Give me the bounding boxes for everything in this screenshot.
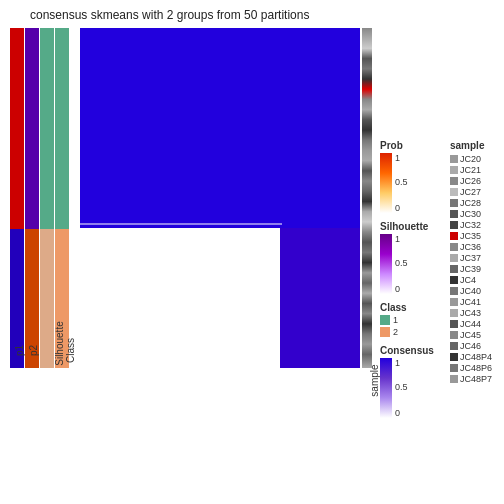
sample-legend-item: JC48P6 bbox=[450, 363, 492, 373]
consensus-gradient bbox=[380, 358, 392, 418]
sample-label: JC39 bbox=[460, 264, 481, 274]
sample-label: JC45 bbox=[460, 330, 481, 340]
sample-label: JC41 bbox=[460, 297, 481, 307]
sample-color bbox=[450, 287, 458, 295]
sil-tick-0: 0 bbox=[395, 284, 400, 294]
class-axis-label: Class bbox=[65, 338, 76, 363]
sample-color bbox=[450, 353, 458, 361]
sample-legend-item: JC37 bbox=[450, 253, 492, 263]
sample-label: JC43 bbox=[460, 308, 481, 318]
class-2-label: 2 bbox=[393, 327, 398, 337]
sample-legend-item: JC39 bbox=[450, 264, 492, 274]
sample-legend-item: JC48P4 bbox=[450, 352, 492, 362]
sample-legend: sample JC20JC21JC26JC27JC28JC30JC32JC35J… bbox=[450, 140, 492, 385]
diagonal-line bbox=[80, 223, 282, 225]
heatmap bbox=[80, 28, 360, 368]
sil-tick-05: 0.5 bbox=[395, 258, 408, 268]
sample-label: JC4 bbox=[460, 275, 476, 285]
sample-legend-item: JC41 bbox=[450, 297, 492, 307]
sample-side-bar bbox=[362, 28, 372, 368]
class-1-label: 1 bbox=[393, 315, 398, 325]
sample-legend-item: JC4 bbox=[450, 275, 492, 285]
p1-axis-label: p1 bbox=[14, 345, 25, 356]
p2-bar bbox=[25, 28, 39, 368]
sample-label: JC35 bbox=[460, 231, 481, 241]
chart-container: consensus skmeans with 2 groups from 50 … bbox=[0, 0, 504, 504]
sample-color bbox=[450, 177, 458, 185]
sample-label: JC46 bbox=[460, 341, 481, 351]
sample-legend-item: JC20 bbox=[450, 154, 492, 164]
sample-color bbox=[450, 309, 458, 317]
quadrant-bottom-left bbox=[80, 228, 280, 368]
sil-tick-1: 1 bbox=[395, 234, 400, 244]
sample-legend-title: sample bbox=[450, 140, 492, 151]
quadrant-top-right bbox=[280, 28, 360, 228]
sample-bar-gradient bbox=[362, 28, 372, 368]
sample-color bbox=[450, 375, 458, 383]
sample-legend-item: JC43 bbox=[450, 308, 492, 318]
silhouette-gradient bbox=[380, 234, 392, 294]
sample-color bbox=[450, 221, 458, 229]
class-bar bbox=[55, 28, 69, 368]
consensus-tick-0: 0 bbox=[395, 408, 400, 418]
sample-legend-item: JC32 bbox=[450, 220, 492, 230]
p2-axis-label: p2 bbox=[28, 345, 39, 356]
sample-color bbox=[450, 254, 458, 262]
consensus-tick-1: 1 bbox=[395, 358, 400, 368]
sample-legend-item: JC48P7 bbox=[450, 374, 492, 384]
sample-label: JC27 bbox=[460, 187, 481, 197]
sample-color bbox=[450, 298, 458, 306]
sample-color bbox=[450, 243, 458, 251]
sample-legend-item: JC28 bbox=[450, 198, 492, 208]
consensus-tick-05: 0.5 bbox=[395, 382, 408, 392]
sample-legend-item: JC35 bbox=[450, 231, 492, 241]
sample-axis-label: sample bbox=[369, 364, 380, 396]
sample-legend-item: JC44 bbox=[450, 319, 492, 329]
sample-color bbox=[450, 331, 458, 339]
quadrant-bottom-right bbox=[280, 228, 360, 368]
quadrant-top-left bbox=[80, 28, 280, 228]
sample-label: JC26 bbox=[460, 176, 481, 186]
class-1-color bbox=[380, 315, 390, 325]
sample-label: JC36 bbox=[460, 242, 481, 252]
sample-items-list: JC20JC21JC26JC27JC28JC30JC32JC35JC36JC37… bbox=[450, 154, 492, 384]
p1-bar bbox=[10, 28, 24, 368]
sample-legend-item: JC27 bbox=[450, 187, 492, 197]
sample-color bbox=[450, 188, 458, 196]
sample-legend-item: JC36 bbox=[450, 242, 492, 252]
sample-label: JC40 bbox=[460, 286, 481, 296]
sample-legend-item: JC26 bbox=[450, 176, 492, 186]
silhouette-axis-label: Silhouette bbox=[54, 321, 65, 365]
sample-label: JC32 bbox=[460, 220, 481, 230]
sample-label: JC37 bbox=[460, 253, 481, 263]
sample-legend-item: JC46 bbox=[450, 341, 492, 351]
sample-color bbox=[450, 320, 458, 328]
class-2-color bbox=[380, 327, 390, 337]
sample-label: JC48P6 bbox=[460, 363, 492, 373]
sample-color bbox=[450, 155, 458, 163]
sample-color bbox=[450, 199, 458, 207]
prob-gradient bbox=[380, 153, 392, 213]
sample-legend-item: JC21 bbox=[450, 165, 492, 175]
prob-tick-05: 0.5 bbox=[395, 177, 408, 187]
sample-label: JC44 bbox=[460, 319, 481, 329]
sample-color bbox=[450, 232, 458, 240]
sample-legend-item: JC45 bbox=[450, 330, 492, 340]
chart-title: consensus skmeans with 2 groups from 50 … bbox=[30, 8, 309, 22]
sample-color bbox=[450, 276, 458, 284]
sample-legend-item: JC30 bbox=[450, 209, 492, 219]
sample-color bbox=[450, 166, 458, 174]
sample-color bbox=[450, 342, 458, 350]
silhouette-bar bbox=[40, 28, 54, 368]
sample-label: JC30 bbox=[460, 209, 481, 219]
sample-color bbox=[450, 265, 458, 273]
sample-color bbox=[450, 210, 458, 218]
sample-label: JC21 bbox=[460, 165, 481, 175]
sample-label: JC20 bbox=[460, 154, 481, 164]
prob-tick-1: 1 bbox=[395, 153, 400, 163]
sample-color bbox=[450, 364, 458, 372]
prob-tick-0: 0 bbox=[395, 203, 400, 213]
sample-label: JC28 bbox=[460, 198, 481, 208]
sample-legend-item: JC40 bbox=[450, 286, 492, 296]
sample-label: JC48P4 bbox=[460, 352, 492, 362]
